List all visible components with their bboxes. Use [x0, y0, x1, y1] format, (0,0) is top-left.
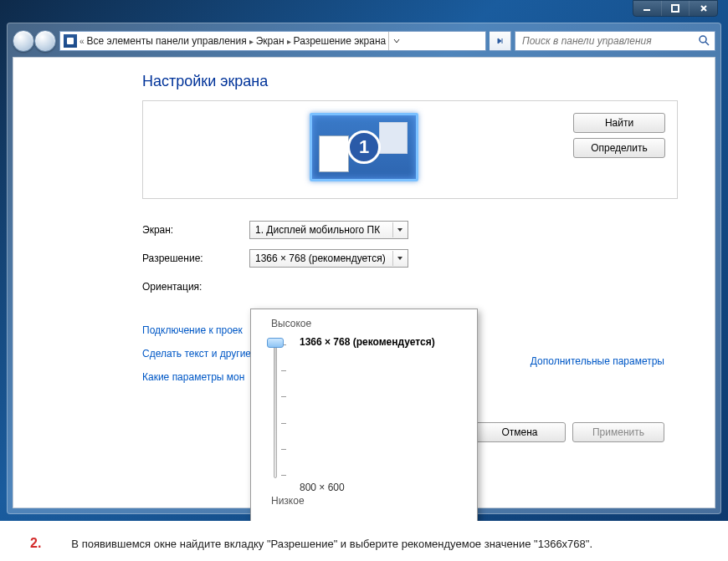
breadcrumb-dropdown[interactable] — [388, 32, 403, 50]
apply-button[interactable]: Применить — [572, 422, 664, 442]
search-icon[interactable] — [698, 34, 710, 48]
content-panel: Настройки экрана 1 Найти Определить Экра… — [13, 57, 715, 508]
chevron-down-icon — [392, 222, 406, 237]
find-button[interactable]: Найти — [573, 113, 665, 133]
search-input[interactable] — [520, 34, 698, 48]
breadcrumb-item[interactable]: Разрешение экрана — [294, 35, 387, 47]
slider-min-value: 800 × 600 — [300, 482, 465, 493]
resolution-slider[interactable] — [263, 338, 288, 482]
slider-ticks — [281, 344, 286, 475]
slider-thumb[interactable] — [267, 338, 284, 348]
resolution-slider-popup: Высокое 1366 × 76 — [250, 309, 478, 521]
svg-point-1 — [700, 36, 706, 43]
breadcrumb-item[interactable]: Экран — [256, 35, 285, 47]
orientation-label: Ориентация: — [142, 281, 249, 293]
address-bar-row: « Все элементы панели управления ▸ Экран… — [13, 28, 715, 54]
svg-rect-0 — [672, 5, 679, 12]
nav-forward-button[interactable] — [34, 30, 56, 52]
step-number: 2. — [30, 536, 41, 551]
breadcrumb-bar[interactable]: « Все элементы панели управления ▸ Экран… — [59, 31, 486, 51]
chevron-double-left-icon: « — [79, 37, 85, 46]
screen-select[interactable]: 1. Дисплей мобильного ПК — [249, 221, 408, 239]
chevron-right-icon: ▸ — [249, 37, 254, 46]
screen-select-value: 1. Дисплей мобильного ПК — [255, 224, 380, 236]
resolution-select[interactable]: 1366 × 768 (рекомендуется) — [249, 249, 408, 268]
explorer-window: « Все элементы панели управления ▸ Экран… — [7, 23, 721, 514]
instruction-text: В появившемся окне найдите вкладку "Разр… — [71, 538, 592, 550]
chevron-down-icon — [393, 38, 400, 44]
display-preview-box: 1 Найти Определить — [142, 100, 678, 199]
screen-label: Экран: — [142, 224, 249, 236]
desktop-area: « Все элементы панели управления ▸ Экран… — [0, 0, 728, 521]
identify-button[interactable]: Определить — [573, 138, 665, 158]
chevron-right-icon: ▸ — [287, 37, 291, 46]
nav-back-button[interactable] — [13, 30, 34, 52]
control-panel-icon — [64, 34, 77, 48]
window-titlebar-controls — [633, 0, 718, 17]
slider-track — [274, 341, 277, 478]
minimize-button[interactable] — [633, 1, 661, 16]
page-title: Настройки экрана — [142, 73, 715, 90]
instruction-footer: 2. В появившемся окне найдите вкладку "Р… — [0, 521, 728, 561]
advanced-settings-link[interactable]: Дополнительные параметры — [531, 355, 664, 367]
settings-form: Экран: 1. Дисплей мобильного ПК Разрешен… — [142, 216, 715, 301]
refresh-icon — [495, 35, 506, 47]
resolution-select-value: 1366 × 768 (рекомендуется) — [255, 252, 386, 264]
projector-link[interactable]: Подключение к проек — [142, 324, 243, 336]
slider-high-label: Высокое — [271, 318, 465, 329]
slider-low-label: Низкое — [271, 495, 465, 507]
search-box[interactable] — [515, 31, 715, 51]
breadcrumb-item[interactable]: Все элементы панели управления — [87, 35, 247, 47]
slider-current-value: 1366 × 768 (рекомендуется) — [300, 336, 435, 348]
monitor-number-badge: 1 — [347, 130, 381, 164]
mini-window-icon — [379, 122, 408, 154]
monitor-thumbnail[interactable]: 1 — [310, 113, 418, 181]
resolution-label: Разрешение: — [142, 252, 249, 264]
close-button[interactable] — [689, 1, 717, 16]
cancel-button[interactable]: Отмена — [474, 422, 566, 442]
chevron-down-icon — [392, 251, 406, 266]
refresh-button[interactable] — [490, 31, 511, 51]
maximize-button[interactable] — [661, 1, 690, 16]
mini-window-icon — [319, 135, 349, 172]
